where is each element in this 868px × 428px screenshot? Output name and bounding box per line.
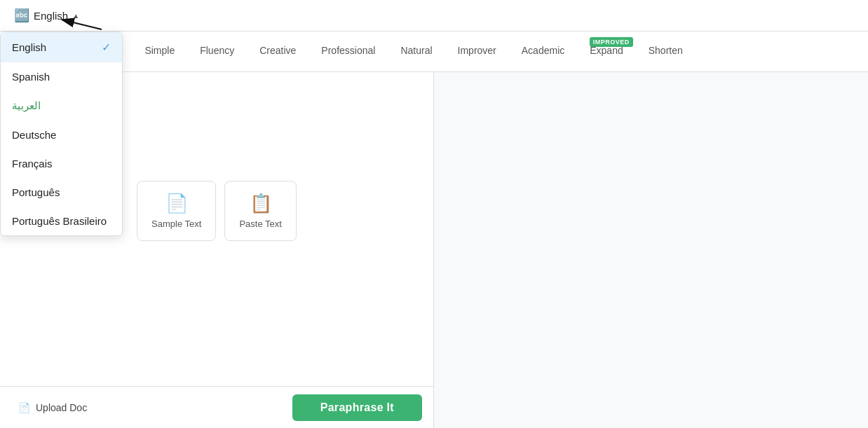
sample-label: Sample Text <box>151 219 201 229</box>
tab-professional[interactable]: Professional <box>308 32 388 72</box>
chevron-up-icon: ▲ <box>72 12 79 20</box>
improved-badge-expand: IMPROVED <box>590 37 633 47</box>
language-label: English <box>34 10 68 22</box>
tab-label-shorten: Shorten <box>649 45 683 56</box>
tab-label-simple: Simple <box>144 45 175 56</box>
tab-label-improver: Improver <box>458 45 496 56</box>
tab-simple[interactable]: Simple <box>132 32 187 72</box>
main-area: 📄Sample Text📋Paste Text 📄 Upload Doc Par… <box>0 72 868 428</box>
sample-text-button[interactable]: 📄Sample Text <box>137 181 216 241</box>
tab-fluency[interactable]: Fluency <box>187 32 247 72</box>
selected-check-icon: ✓ <box>102 41 111 54</box>
dropdown-item-label: English <box>12 41 46 53</box>
tab-label-natural: Natural <box>400 45 432 56</box>
language-dropdown: English✓SpanishالعربيةDeutscheFrançaisPo… <box>0 32 123 236</box>
paste-label: Paste Text <box>239 219 281 229</box>
paraphrase-button[interactable]: Paraphrase It <box>292 394 422 421</box>
tab-natural[interactable]: Natural <box>388 32 445 72</box>
dropdown-item-label: Français <box>12 158 53 170</box>
bottom-bar: 📄 Upload Doc Paraphrase It <box>0 386 433 428</box>
tab-improver[interactable]: Improver <box>445 32 509 72</box>
dropdown-item-spanish[interactable]: Spanish <box>1 62 122 91</box>
upload-icon: 📄 <box>18 402 30 413</box>
language-selector[interactable]: 🔤 English ▲ <box>8 5 85 26</box>
upload-label: Upload Doc <box>36 402 87 413</box>
dropdown-item-portugues-br[interactable]: Português Brasileiro <box>1 207 122 235</box>
tab-label-professional: Professional <box>321 45 375 56</box>
dropdown-item-francais[interactable]: Français <box>1 149 122 178</box>
dropdown-item-label: Spanish <box>12 71 50 83</box>
tab-label-creative: Creative <box>259 45 296 56</box>
tab-label-academic: Academic <box>522 45 564 56</box>
upload-doc-button[interactable]: 📄 Upload Doc <box>11 398 94 417</box>
dropdown-item-deutsche[interactable]: Deutsche <box>1 120 122 149</box>
tab-label-fluency: Fluency <box>200 45 234 56</box>
tab-expand[interactable]: ExpandIMPROVED <box>577 32 635 72</box>
text-buttons-group: 📄Sample Text📋Paste Text <box>137 181 297 241</box>
dropdown-item-label: العربية <box>12 99 41 112</box>
dropdown-item-label: Português Brasileiro <box>12 215 107 227</box>
tab-academic[interactable]: Academic <box>509 32 577 72</box>
sample-icon: 📄 <box>165 193 188 214</box>
top-bar: 🔤 English ▲ <box>0 0 868 32</box>
paste-icon: 📋 <box>250 193 272 214</box>
dropdown-item-label: Deutsche <box>12 129 56 141</box>
paste-text-button[interactable]: 📋Paste Text <box>224 181 296 241</box>
dropdown-item-arabic[interactable]: العربية <box>1 91 122 120</box>
translate-icon: 🔤 <box>14 8 29 23</box>
dropdown-item-english[interactable]: English✓ <box>1 32 122 62</box>
tabs-bar: StandardFormalSimpleFluencyCreativeProfe… <box>0 32 868 72</box>
dropdown-item-label: Português <box>12 186 60 198</box>
tab-creative[interactable]: Creative <box>247 32 308 72</box>
right-panel <box>434 72 868 428</box>
dropdown-item-portugues[interactable]: Português <box>1 178 122 207</box>
tab-shorten[interactable]: Shorten <box>636 32 696 72</box>
